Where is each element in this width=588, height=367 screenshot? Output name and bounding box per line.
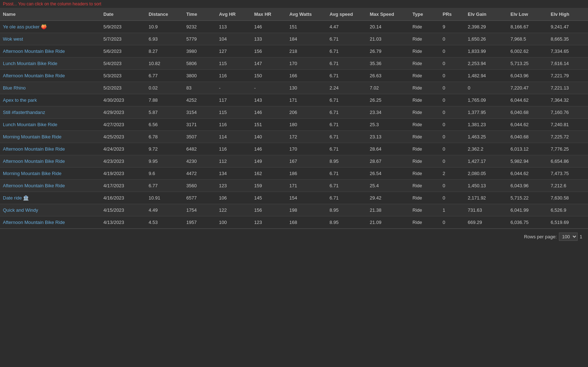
activity-link[interactable]: Morning Mountain Bike Ride (3, 134, 61, 139)
activity-link[interactable]: Date ride 🏦 (3, 195, 29, 201)
activity-link[interactable]: Quick and Windy (3, 207, 38, 213)
cell-name[interactable]: Quick and Windy (0, 204, 101, 216)
cell-avghr: 134 (216, 168, 251, 180)
cell-distance: 6.78 (146, 131, 183, 143)
cell-elvlow: 5,713.25 (508, 58, 548, 70)
cell-name[interactable]: Still #fasterthandanz (0, 106, 101, 119)
cell-avgspeed: 6.71 (327, 106, 367, 119)
cell-prs: 0 (440, 155, 465, 168)
activity-link[interactable]: Apex to the park (3, 97, 37, 103)
cell-avghr: 117 (216, 94, 251, 106)
cell-elvhigh: 7,630.58 (548, 192, 588, 204)
column-header-date[interactable]: Date (101, 8, 146, 21)
activity-link[interactable]: Afternoon Mountain Bike Ride (3, 183, 65, 188)
column-header-avgwatts[interactable]: Avg Watts (286, 8, 327, 21)
table-row: Afternoon Mountain Bike Ride5/6/20238.27… (0, 45, 588, 58)
cell-prs: 1 (440, 204, 465, 216)
cell-maxhr: 156 (251, 45, 286, 58)
cell-name[interactable]: Morning Mountain Bike Ride (0, 131, 101, 143)
rows-per-page-select[interactable]: 100 50 25 (559, 233, 578, 241)
cell-avgwatts: 170 (286, 58, 327, 70)
cell-avghr: 115 (216, 106, 251, 119)
cell-avghr: 116 (216, 119, 251, 131)
table-row: Afternoon Mountain Bike Ride4/13/20234.5… (0, 216, 588, 229)
cell-avgspeed: 6.71 (327, 94, 367, 106)
activity-link[interactable]: Lunch Mountain Bike Ride (3, 61, 57, 66)
cell-name[interactable]: Lunch Mountain Bike Ride (0, 119, 101, 131)
cell-type: Ride (410, 33, 440, 45)
activity-link[interactable]: Afternoon Mountain Bike Ride (3, 73, 65, 78)
cell-elvhigh: 7,225.72 (548, 131, 588, 143)
activity-link[interactable]: Afternoon Mountain Bike Ride (3, 146, 65, 152)
column-header-type[interactable]: Type (410, 8, 440, 21)
cell-name[interactable]: Afternoon Mountain Bike Ride (0, 45, 101, 58)
column-header-maxhr[interactable]: Max HR (251, 8, 286, 21)
cell-name[interactable]: Blue Rhino (0, 82, 101, 94)
cell-elvlow: 6,044.62 (508, 94, 548, 106)
cell-name[interactable]: Afternoon Mountain Bike Ride (0, 143, 101, 155)
cell-time: 1957 (183, 216, 216, 229)
cell-distance: 10.82 (146, 58, 183, 70)
cell-name[interactable]: Apex to the park (0, 94, 101, 106)
cell-avghr: 115 (216, 58, 251, 70)
column-header-avgspeed[interactable]: Avg speed (327, 8, 367, 21)
cell-elvhigh: 7,334.65 (548, 45, 588, 58)
table-row: Morning Mountain Bike Ride4/19/20239.644… (0, 168, 588, 180)
column-header-time[interactable]: Time (183, 8, 216, 21)
cell-avgwatts: 166 (286, 70, 327, 82)
column-header-avghr[interactable]: Avg HR (216, 8, 251, 21)
activity-link[interactable]: Afternoon Mountain Bike Ride (3, 49, 65, 54)
cell-name[interactable]: Afternoon Mountain Bike Ride (0, 216, 101, 229)
column-header-distance[interactable]: Distance (146, 8, 183, 21)
cell-avghr: 104 (216, 33, 251, 45)
activity-link[interactable]: Still #fasterthandanz (3, 110, 45, 115)
activity-link[interactable]: Morning Mountain Bike Ride (3, 171, 61, 176)
cell-time: 4472 (183, 168, 216, 180)
cell-maxhr: 156 (251, 204, 286, 216)
cell-elvgain: 1,650.26 (465, 33, 508, 45)
cell-avgwatts: 172 (286, 131, 327, 143)
cell-elvlow: 6,013.12 (508, 143, 548, 155)
activity-link[interactable]: Lunch Mountain Bike Ride (3, 122, 57, 127)
cell-name[interactable]: Date ride 🏦 (0, 192, 101, 204)
cell-maxspeed: 21.38 (367, 204, 410, 216)
cell-elvgain: 1,381.23 (465, 119, 508, 131)
activity-link[interactable]: Ye ole ass pucker 🍑 (3, 24, 47, 29)
cell-date: 4/25/2023 (101, 131, 146, 143)
cell-avghr: 116 (216, 143, 251, 155)
cell-prs: 0 (440, 58, 465, 70)
cell-name[interactable]: Afternoon Mountain Bike Ride (0, 70, 101, 82)
column-header-elvhigh[interactable]: Elv High (548, 8, 588, 21)
cell-elvhigh: 7,221.79 (548, 70, 588, 82)
cell-elvlow: 8,166.67 (508, 21, 548, 33)
cell-date: 4/30/2023 (101, 94, 146, 106)
activity-link[interactable]: Afternoon Mountain Bike Ride (3, 159, 65, 164)
column-header-elvgain[interactable]: Elv Gain (465, 8, 508, 21)
cell-maxhr: 147 (251, 58, 286, 70)
column-header-name[interactable]: Name (0, 8, 101, 21)
cell-type: Ride (410, 204, 440, 216)
cell-name[interactable]: Lunch Mountain Bike Ride (0, 58, 101, 70)
column-header-elvlow[interactable]: Elv Low (508, 8, 548, 21)
cell-maxspeed: 25.3 (367, 119, 410, 131)
cell-maxspeed: 23.34 (367, 106, 410, 119)
cell-avgspeed: 8.95 (327, 155, 367, 168)
cell-avghr: 114 (216, 131, 251, 143)
cell-name[interactable]: Afternoon Mountain Bike Ride (0, 180, 101, 192)
cell-maxspeed: 26.25 (367, 94, 410, 106)
cell-elvgain: 1,427.17 (465, 155, 508, 168)
activity-link[interactable]: Wok west (3, 36, 23, 42)
cell-name[interactable]: Afternoon Mountain Bike Ride (0, 155, 101, 168)
activity-link[interactable]: Blue Rhino (3, 85, 26, 91)
column-header-prs[interactable]: PRs (440, 8, 465, 21)
cell-name[interactable]: Ye ole ass pucker 🍑 (0, 21, 101, 33)
cell-type: Ride (410, 143, 440, 155)
cell-name[interactable]: Wok west (0, 33, 101, 45)
cell-time: 3154 (183, 106, 216, 119)
cell-elvlow: 6,040.68 (508, 131, 548, 143)
activity-link[interactable]: Afternoon Mountain Bike Ride (3, 220, 65, 225)
cell-name[interactable]: Morning Mountain Bike Ride (0, 168, 101, 180)
cell-type: Ride (410, 192, 440, 204)
cell-elvlow: 6,044.62 (508, 168, 548, 180)
column-header-maxspeed[interactable]: Max Speed (367, 8, 410, 21)
